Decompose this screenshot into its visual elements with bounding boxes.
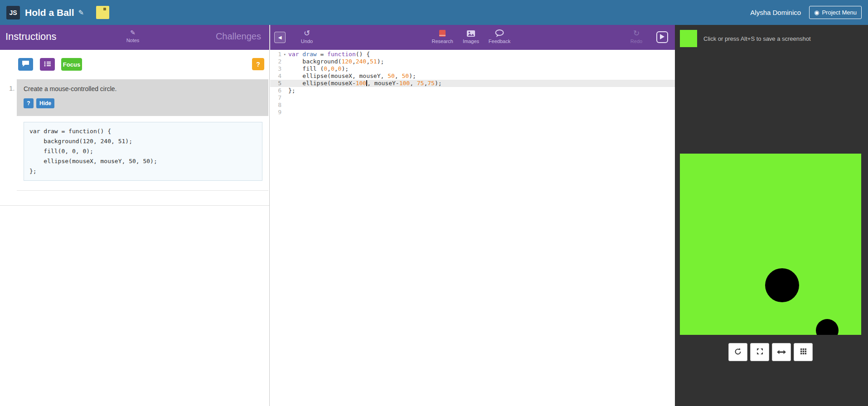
redo-button[interactable]: ↻ Redo [624, 29, 649, 44]
code-line: ellipse(mouseX, mouseY, 50, 50); [286, 72, 675, 80]
line-number: 7 [270, 94, 286, 102]
focus-button[interactable]: Focus [61, 58, 82, 71]
code-line: ellipse(mouseX-100, mouseY-100, 75,75); [286, 80, 675, 87]
code-line: fill (0,0,0); [286, 65, 675, 72]
play-icon [660, 34, 664, 41]
screenshot-swatch[interactable] [680, 30, 697, 47]
editor-line[interactable]: 7 [270, 94, 675, 102]
research-label: Research [432, 39, 453, 44]
editor-line[interactable]: 5 ellipse(mouseX-100, mouseY-100, 75,75)… [270, 80, 675, 87]
code-line: var draw = function() { [286, 51, 675, 58]
language-badge: JS [6, 6, 20, 19]
project-menu-button[interactable]: ◉ Project Menu [809, 6, 862, 19]
research-button[interactable]: Research [430, 29, 455, 44]
line-number: 8 [270, 102, 286, 109]
fold-toggle-icon[interactable]: ▾ [284, 51, 286, 58]
line-number: 6 [270, 87, 286, 94]
code-line [286, 94, 675, 102]
editor-line[interactable]: 9 [270, 109, 675, 116]
project-title: Hold a Ball [25, 7, 74, 18]
step-number: 1. [9, 84, 15, 92]
grid-button[interactable] [794, 343, 813, 361]
line-number: 2 [270, 58, 286, 65]
comments-button[interactable] [18, 58, 33, 71]
step-hint-button[interactable]: ? [24, 98, 34, 108]
line-number: 5 [270, 80, 286, 87]
undo-label: Undo [301, 39, 313, 44]
output-canvas[interactable] [680, 154, 861, 335]
feedback-label: Feedback [489, 39, 510, 44]
feedback-bubble-icon [495, 29, 504, 38]
ball [765, 268, 799, 302]
line-number: 1▾ [270, 51, 286, 58]
help-button[interactable]: ? [252, 58, 264, 70]
step-header: Create a mouse-controlled circle. ? Hide [17, 79, 268, 116]
images-button[interactable]: Images [458, 29, 484, 44]
editor-line[interactable]: 4 ellipse(mouseX, mouseY, 50, 50); [270, 72, 675, 80]
editor-line[interactable]: 2 background(120,240,51); [270, 58, 675, 65]
undo-button[interactable]: ↺ Undo [294, 29, 320, 44]
output-controls [680, 343, 861, 361]
list-icon [44, 61, 51, 68]
resize-horizontal-button[interactable] [772, 343, 791, 361]
expand-button[interactable] [750, 343, 769, 361]
code-line [286, 109, 675, 116]
speech-bubble-icon [22, 60, 29, 68]
pencil-icon: ✎ [130, 29, 136, 37]
notes-label: Notes [126, 38, 140, 43]
editor-line[interactable]: 3 fill (0,0,0); [270, 65, 675, 72]
sticky-note-icon[interactable] [96, 6, 109, 19]
code-line [286, 102, 675, 109]
code-editor[interactable]: 1▾var draw = function() {2 background(12… [270, 50, 675, 406]
resize-horizontal-icon [777, 349, 786, 356]
instructions-panel: Instructions ✎ Notes Challenges Focus ? … [0, 25, 270, 406]
collapse-panel-button[interactable]: ◀ [274, 32, 286, 43]
line-number: 9 [270, 109, 286, 116]
image-icon [466, 29, 475, 38]
edit-title-icon[interactable]: ✎ [78, 9, 84, 17]
grid-icon [800, 348, 806, 356]
output-panel: Click or press Alt+S to save a screensho… [675, 25, 868, 406]
editor-line[interactable]: 6}; [270, 87, 675, 94]
editor-line[interactable]: 1▾var draw = function() { [270, 51, 675, 58]
book-icon [439, 29, 446, 38]
code-line: background(120,240,51); [286, 58, 675, 65]
step-text: Create a mouse-controlled circle. [24, 85, 262, 92]
example-code: var draw = function() { background(120, … [24, 122, 262, 181]
line-number: 4 [270, 72, 286, 80]
project-menu-label: Project Menu [822, 9, 857, 16]
checklist-button[interactable] [40, 58, 55, 71]
code-line: }; [286, 87, 675, 94]
editor-toolbar: ◀ ↺ Undo Research Images [270, 25, 675, 50]
editor-lines: 1▾var draw = function() {2 background(12… [270, 51, 675, 116]
tab-challenges[interactable]: Challenges [216, 31, 261, 42]
project-menu-icon: ◉ [814, 9, 819, 16]
panel-divider [0, 205, 269, 206]
editor-line[interactable]: 8 [270, 102, 675, 109]
user-name: Alysha Dominico [750, 9, 801, 16]
step-hide-button[interactable]: Hide [36, 98, 54, 108]
expand-icon [756, 348, 763, 356]
topbar: JS Hold a Ball ✎ Alysha Dominico ◉ Proje… [0, 0, 868, 25]
undo-icon: ↺ [304, 29, 310, 38]
collapse-icon: ◀ [278, 35, 282, 40]
restart-button[interactable] [728, 343, 747, 361]
images-label: Images [463, 39, 479, 44]
feedback-button[interactable]: Feedback [487, 29, 512, 44]
step-actions: ? Hide [24, 98, 262, 108]
instruction-step-item: Create a mouse-controlled circle. ? Hide… [17, 79, 268, 191]
run-button[interactable] [656, 31, 668, 43]
line-number: 3 [270, 65, 286, 72]
screenshot-hint-text: Click or press Alt+S to save a screensho… [703, 35, 811, 42]
redo-label: Redo [630, 39, 642, 44]
refresh-icon [734, 348, 742, 357]
editor-toolbar-center: Research Images Feedback [430, 29, 512, 44]
ball [816, 319, 839, 335]
screenshot-hint-row: Click or press Alt+S to save a screensho… [680, 30, 811, 47]
instructions-header: Instructions ✎ Notes Challenges [0, 25, 269, 50]
tab-notes[interactable]: ✎ Notes [121, 29, 145, 43]
redo-icon: ↻ [633, 29, 640, 38]
editor-panel: ◀ ↺ Undo Research Images [270, 25, 675, 406]
instructions-title: Instructions [5, 31, 57, 43]
